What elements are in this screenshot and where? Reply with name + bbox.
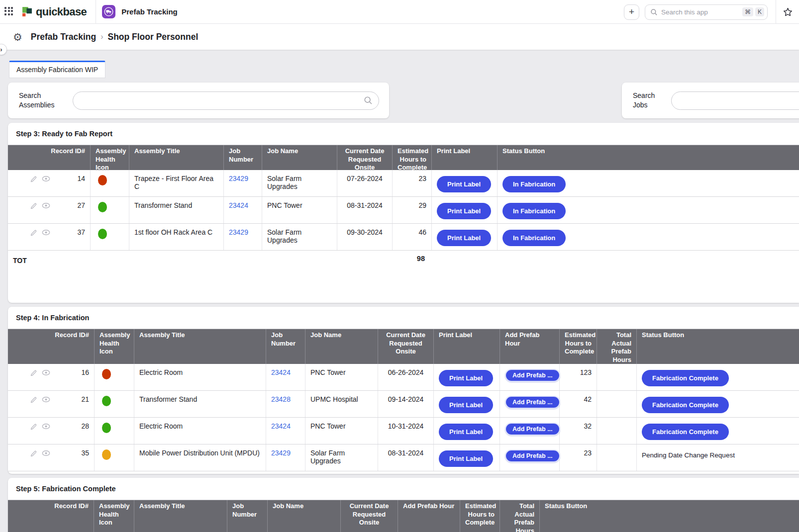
add-prefab-hour-button[interactable]: Add Prefab ... (505, 369, 560, 382)
app-icon[interactable] (102, 5, 115, 18)
print-label-button[interactable]: Print Label (437, 230, 491, 246)
column-header-print_label: Print Label (432, 145, 498, 170)
cell-date: 09-30-2024 (337, 224, 393, 250)
edit-record-icon[interactable] (30, 423, 37, 431)
view-record-icon[interactable] (42, 423, 50, 430)
breadcrumb-app-link[interactable]: Prefab Tracking (31, 32, 96, 42)
cell-health (95, 364, 134, 390)
record-action-icons (30, 229, 50, 237)
app-search-box[interactable]: ⌘ K (645, 4, 768, 20)
edit-record-icon[interactable] (30, 450, 37, 457)
step5-title: Step 5: Fabrication Complete (16, 485, 799, 493)
print-label-button[interactable]: Print Label (439, 424, 493, 440)
search-assemblies-card: Search Assemblies (8, 83, 389, 118)
add-prefab-hour-button[interactable]: Add Prefab ... (505, 423, 560, 436)
edit-record-icon[interactable] (30, 229, 37, 237)
cell-status: Pending Date Change Request (637, 444, 741, 471)
favorite-star-icon[interactable] (776, 7, 799, 17)
search-jobs-field[interactable] (671, 91, 799, 110)
view-record-icon[interactable] (42, 202, 50, 209)
edit-record-icon[interactable] (30, 369, 37, 377)
cell-print_label: Print Label (434, 444, 500, 471)
cell-total_hours (597, 391, 637, 417)
app-title[interactable]: Prefab Tracking (121, 7, 178, 16)
edit-record-icon[interactable] (30, 202, 37, 210)
status-button[interactable]: Fabrication Complete (642, 424, 729, 440)
search-icon (364, 96, 373, 105)
step4-header-row: Record ID#Assembly Health IconAssembly T… (8, 329, 799, 364)
job-number-link[interactable]: 23424 (271, 368, 291, 376)
job-number-link[interactable]: 23429 (229, 228, 248, 236)
view-record-icon[interactable] (42, 176, 50, 182)
status-button[interactable]: In Fabrication (502, 176, 566, 192)
job-number-link[interactable]: 23429 (271, 449, 291, 457)
print-label-button[interactable]: Print Label (439, 370, 493, 386)
search-assemblies-input[interactable] (79, 96, 364, 104)
step3-header-row: Record ID#Assembly Health IconAssembly T… (8, 145, 799, 170)
cell-job_name: Solar Farm Upgrades (262, 170, 337, 196)
cell-job_name: PNC Tower (305, 418, 378, 444)
column-header-est_hours: Estimated Hours to Complete (560, 329, 597, 364)
view-record-icon[interactable] (42, 450, 50, 456)
column-header-job_number: Job Number (224, 145, 262, 170)
app-search-input[interactable] (661, 8, 740, 16)
record-action-icons (30, 396, 50, 404)
search-icon (650, 8, 658, 16)
edit-record-icon[interactable] (30, 176, 37, 183)
add-prefab-hour-button[interactable]: Add Prefab ... (505, 449, 560, 462)
column-header-health: Assembly Health Icon (91, 145, 129, 170)
cell-status: In Fabrication (498, 224, 572, 250)
record-action-icons (30, 423, 50, 431)
column-header-est_hours: Estimated Hours to Complete (460, 500, 500, 532)
cell-print_label: Print Label (434, 364, 500, 390)
quickbase-logo[interactable]: quickbase (22, 5, 87, 18)
tab-assembly-fabrication-wip[interactable]: Assembly Fabrication WIP (9, 61, 105, 78)
print-label-button[interactable]: Print Label (439, 450, 493, 467)
status-button[interactable]: In Fabrication (502, 230, 566, 246)
settings-gear-icon[interactable]: ⚙ (13, 32, 22, 42)
edit-record-icon[interactable] (30, 396, 37, 404)
cell-job_number: 23424 (224, 197, 262, 223)
print-label-button[interactable]: Print Label (439, 397, 493, 413)
cell-job_name: Solar Farm Upgrades (262, 224, 337, 250)
cell-add_prefab: Add Prefab ... (500, 364, 560, 390)
column-header-total_hours: Total Actual Prefab Hours (597, 329, 637, 364)
view-record-icon[interactable] (42, 229, 50, 236)
print-label-button[interactable]: Print Label (437, 203, 491, 219)
cell-title: Mobile Power Distribution Unit (MPDU) (134, 444, 266, 471)
record-action-icons (30, 369, 50, 377)
job-number-link[interactable]: 23424 (229, 201, 248, 209)
cell-record: 27 (8, 197, 91, 223)
app-grid-icon[interactable] (4, 7, 14, 17)
cell-total_hours (597, 444, 637, 471)
job-number-link[interactable]: 23428 (271, 395, 291, 403)
add-prefab-hour-button[interactable]: Add Prefab ... (505, 396, 560, 409)
cell-record: 21 (8, 391, 95, 417)
search-jobs-input[interactable] (678, 96, 799, 104)
cell-est_hours: 32 (560, 418, 597, 444)
job-number-link[interactable]: 23429 (229, 175, 248, 182)
record-action-icons (30, 202, 50, 210)
cell-title: Electric Room (134, 364, 266, 390)
column-header-health: Assembly Health Icon (95, 329, 134, 364)
search-assemblies-field[interactable] (73, 91, 379, 110)
status-button[interactable]: Fabrication Complete (642, 370, 729, 386)
breadcrumb: Prefab Tracking › Shop Floor Personnel (31, 32, 198, 42)
cell-est_hours: 23 (393, 170, 432, 196)
assembly-health-icon (102, 396, 111, 406)
view-record-icon[interactable] (42, 396, 50, 403)
column-header-add_prefab: Add Prefab Hour (398, 500, 460, 532)
cell-date: 07-26-2024 (337, 170, 393, 196)
job-number-link[interactable]: 23424 (271, 422, 291, 430)
cell-title: Electric Room (134, 418, 266, 444)
status-button[interactable]: In Fabrication (502, 203, 566, 219)
cell-date: 08-31-2024 (337, 197, 393, 223)
view-record-icon[interactable] (42, 369, 50, 376)
cell-status: Fabrication Complete (637, 418, 741, 444)
topbar-divider (96, 0, 96, 24)
status-button[interactable]: Fabrication Complete (642, 397, 729, 413)
add-new-button[interactable]: + (624, 4, 639, 20)
print-label-button[interactable]: Print Label (437, 176, 491, 192)
column-header-title: Assembly Title (134, 500, 227, 532)
top-bar: quickbase Prefab Tracking + ⌘ K (0, 0, 799, 24)
